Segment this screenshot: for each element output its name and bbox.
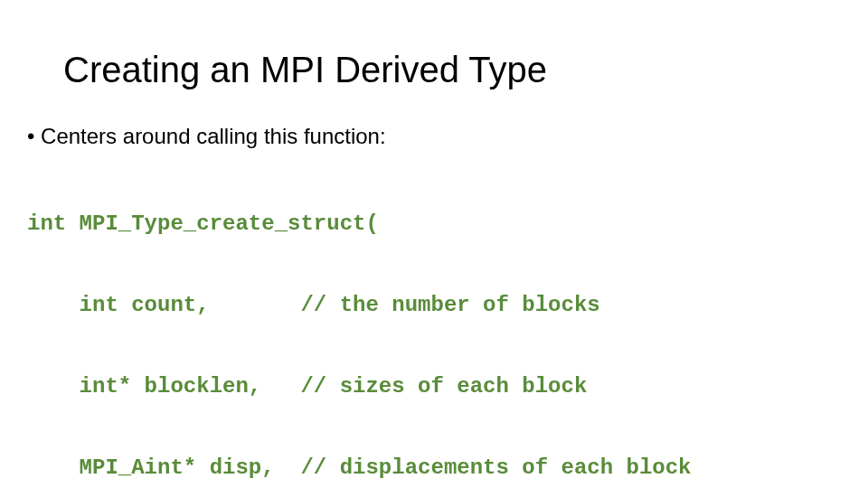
slide: Creating an MPI Derived Type Centers aro…: [0, 0, 868, 488]
code-line-2: int count, // the number of blocks: [27, 292, 841, 319]
code-line-3: int* blocklen, // sizes of each block: [27, 373, 841, 400]
code-line-4: MPI_Aint* disp, // displacements of each…: [27, 455, 841, 482]
slide-title: Creating an MPI Derived Type: [63, 50, 841, 89]
code-line-1: int MPI_Type_create_struct(: [27, 211, 841, 238]
bullet-intro: Centers around calling this function:: [27, 124, 841, 149]
code-block: int MPI_Type_create_struct( int count, /…: [27, 156, 841, 488]
